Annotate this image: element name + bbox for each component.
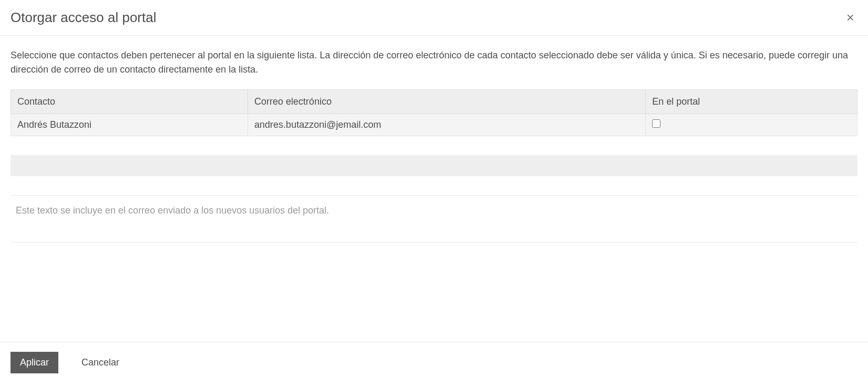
modal-header: Otorgar acceso al portal ×: [0, 0, 868, 36]
modal-title: Otorgar acceso al portal: [11, 9, 156, 26]
modal-body: Seleccione que contactos deben pertenece…: [0, 36, 868, 342]
message-box: [11, 195, 857, 245]
modal-footer: Aplicar Cancelar: [0, 342, 868, 386]
table-header-row: Contacto Correo electrónico En el portal: [11, 90, 857, 114]
in-portal-checkbox[interactable]: [652, 119, 660, 128]
cell-email[interactable]: andres.butazzoni@jemail.com: [248, 114, 646, 136]
contacts-table: Contacto Correo electrónico En el portal…: [11, 89, 857, 136]
cell-contact[interactable]: Andrés Butazzoni: [11, 114, 248, 136]
table-row[interactable]: Andrés Butazzoni andres.butazzoni@jemail…: [11, 114, 857, 136]
apply-button[interactable]: Aplicar: [11, 352, 58, 373]
cancel-button[interactable]: Cancelar: [72, 352, 129, 373]
col-contact: Contacto: [11, 90, 248, 114]
instructions-text: Seleccione que contactos deben pertenece…: [11, 48, 857, 77]
divider-strip: [11, 155, 857, 176]
col-in-portal: En el portal: [646, 90, 857, 114]
close-icon[interactable]: ×: [843, 9, 857, 25]
welcome-message-input[interactable]: [11, 195, 857, 242]
cell-in-portal: [646, 114, 857, 136]
col-email: Correo electrónico: [248, 90, 646, 114]
